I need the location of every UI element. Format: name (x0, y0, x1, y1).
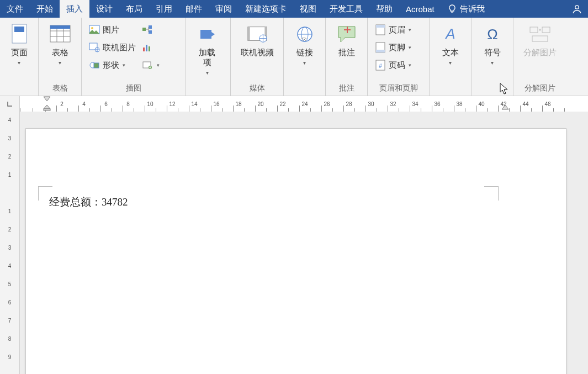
tab-newtab[interactable]: 新建选项卡 (239, 0, 293, 18)
svg-rect-41 (530, 27, 538, 33)
svg-rect-36 (376, 50, 385, 52)
svg-point-11 (91, 27, 93, 29)
tab-layout[interactable]: 布局 (119, 0, 149, 18)
tab-selector[interactable] (0, 96, 20, 112)
svg-text:A: A (444, 25, 455, 42)
page[interactable]: 经费总额：34782 (25, 128, 566, 374)
pages-button[interactable]: 页面 ▾ (4, 21, 34, 82)
shapes-button[interactable]: 形状 ▾ (86, 56, 138, 74)
header-icon (374, 24, 386, 36)
tab-view[interactable]: 视图 (293, 0, 323, 18)
text-button[interactable]: A 文本 ▾ (434, 21, 467, 82)
symbol-button[interactable]: Ω 符号 ▾ (476, 21, 508, 82)
margin-corner-icon (38, 186, 52, 201)
tab-developer[interactable]: 开发工具 (323, 0, 369, 18)
links-button[interactable]: 链接 ▾ (288, 21, 321, 82)
pagenum-button[interactable]: # 页码 ▾ (372, 56, 414, 74)
smartart-button[interactable] (139, 21, 162, 39)
svg-rect-18 (149, 30, 152, 34)
video-icon (246, 23, 268, 45)
link-icon (294, 23, 316, 45)
pagenum-icon: # (374, 59, 386, 71)
svg-rect-15 (94, 63, 99, 68)
group-label-links (284, 83, 325, 96)
chart-icon (141, 41, 153, 54)
caret-icon: ▾ (18, 60, 20, 66)
group-label-headerfooter: 页眉和页脚 (368, 83, 429, 96)
first-line-indent-icon[interactable] (43, 96, 51, 102)
horizontal-ruler[interactable]: 2468101214161820222426283032343638404244… (20, 96, 588, 112)
lightbulb-icon (448, 4, 457, 13)
group-label-media: 媒体 (231, 83, 283, 96)
comment-button[interactable]: 批注 (330, 21, 363, 82)
svg-rect-19 (143, 48, 145, 51)
footer-button[interactable]: 页脚 ▾ (372, 39, 414, 56)
group-label-text (430, 83, 471, 96)
page-icon (8, 23, 30, 45)
footer-icon (374, 41, 386, 54)
group-label-breakpic: 分解图片 (513, 83, 566, 96)
tab-review[interactable]: 审阅 (209, 0, 239, 18)
svg-rect-16 (142, 28, 146, 31)
tab-acrobat[interactable]: Acrobat (399, 0, 441, 18)
right-indent-icon[interactable] (501, 104, 509, 110)
caret-icon: ▾ (206, 70, 209, 76)
caret-icon: ▾ (157, 62, 160, 68)
vertical-ruler[interactable]: 4321123456789 (0, 112, 20, 374)
group-label-illustrations: 插图 (82, 83, 185, 96)
online-picture-button[interactable]: 联机图片 (86, 39, 138, 56)
breakpic-button: 分解图片 (518, 21, 562, 82)
tab-home[interactable]: 开始 (30, 0, 60, 18)
caret-icon: ▾ (491, 60, 494, 66)
tab-tellme[interactable]: 告诉我 (441, 0, 491, 18)
table-label: 表格 (52, 48, 68, 57)
document-text[interactable]: 经费总额：34782 (49, 195, 543, 209)
svg-rect-17 (149, 25, 152, 29)
addins-button[interactable]: 加载 项 ▾ (190, 21, 224, 82)
ribbon-tabbar: 文件 开始 插入 设计 布局 引用 邮件 审阅 新建选项卡 视图 开发工具 帮助… (0, 0, 588, 18)
screenshot-button[interactable]: ▾ (139, 56, 162, 74)
tab-design[interactable]: 设计 (89, 0, 119, 18)
caret-icon: ▾ (409, 62, 411, 68)
tab-insert[interactable]: 插入 (60, 0, 89, 18)
picture-icon (88, 24, 100, 36)
header-button[interactable]: 页眉 ▾ (372, 21, 414, 39)
ruler-area: 2468101214161820222426283032343638404244… (0, 96, 588, 112)
tellme-label: 告诉我 (460, 4, 485, 14)
caret-icon: ▾ (409, 45, 411, 50)
pages-label: 页面 (11, 48, 28, 57)
svg-rect-9 (50, 25, 70, 29)
page-scroll[interactable]: 经费总额：34782 (20, 112, 588, 374)
svg-rect-42 (542, 27, 550, 33)
group-label-addins (186, 83, 230, 96)
caret-icon: ▾ (59, 60, 61, 66)
svg-text:Ω: Ω (487, 26, 497, 43)
online-video-button[interactable]: 联机视频 (235, 21, 279, 82)
caret-icon: ▾ (449, 60, 452, 66)
tab-references[interactable]: 引用 (149, 0, 179, 18)
tab-mail[interactable]: 邮件 (179, 0, 209, 18)
svg-rect-34 (376, 25, 385, 28)
user-icon (571, 3, 582, 14)
picture-button[interactable]: 图片 (86, 21, 138, 39)
caret-icon: ▾ (303, 60, 306, 66)
table-icon (49, 23, 71, 45)
hanging-indent-icon[interactable] (43, 104, 51, 111)
table-button[interactable]: 表格 ▾ (43, 21, 77, 82)
group-label-tables: 表格 (39, 83, 81, 96)
shapes-icon (88, 59, 100, 71)
svg-rect-21 (149, 46, 150, 51)
comment-icon (336, 23, 358, 45)
tab-help[interactable]: 帮助 (369, 0, 399, 18)
svg-rect-20 (146, 45, 147, 51)
group-label-pages (0, 83, 38, 96)
svg-rect-25 (247, 27, 250, 41)
caret-icon: ▾ (409, 27, 411, 33)
screenshot-icon (141, 59, 153, 71)
chart-button[interactable] (139, 39, 162, 56)
text-icon: A (439, 23, 462, 45)
account-button[interactable] (566, 0, 588, 18)
smartart-icon (141, 24, 153, 36)
tab-file[interactable]: 文件 (0, 0, 30, 18)
svg-rect-43 (532, 36, 548, 41)
